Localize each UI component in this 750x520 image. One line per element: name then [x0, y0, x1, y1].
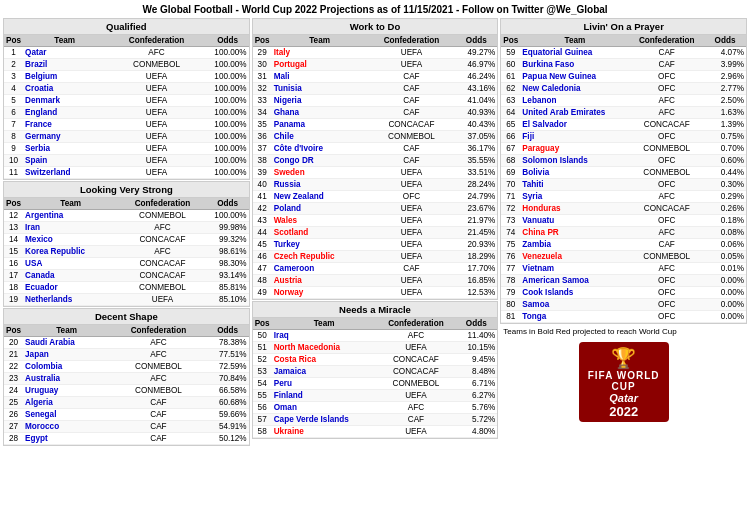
page-title: We Global Football - World Cup 2022 Proj… [0, 0, 750, 17]
row-confederation: CAF [376, 414, 455, 426]
row-pos: 1 [4, 47, 23, 59]
row-pos: 55 [253, 390, 272, 402]
row-pos: 50 [253, 330, 272, 342]
table-row: 32TunisiaCAF43.16% [253, 83, 498, 95]
row-team: Zambia [520, 239, 629, 251]
row-confederation: UEFA [368, 239, 456, 251]
table-row: 8GermanyUEFA100.00% [4, 131, 249, 143]
row-confederation: AFC [110, 373, 206, 385]
row-odds: 85.81% [207, 282, 249, 294]
row-odds: 100.00% [207, 131, 249, 143]
row-odds: 100.00% [207, 71, 249, 83]
row-confederation: CONCACAF [368, 119, 456, 131]
row-odds: 18.29% [455, 251, 497, 263]
table-row: 43WalesUEFA21.97% [253, 215, 498, 227]
row-confederation: UEFA [368, 167, 456, 179]
row-odds: 0.26% [704, 203, 746, 215]
table-row: 60Burkina FasoCAF3.99% [501, 59, 746, 71]
row-pos: 48 [253, 275, 272, 287]
row-team: Cook Islands [520, 287, 629, 299]
row-confederation: CONMEBOL [629, 251, 704, 263]
row-team: USA [23, 258, 118, 270]
row-confederation: UEFA [368, 251, 456, 263]
row-team: Wales [272, 215, 368, 227]
row-pos: 24 [4, 385, 23, 397]
table-row: 54PeruCONMEBOL6.71% [253, 378, 498, 390]
row-team: El Salvador [520, 119, 629, 131]
table-row: 66FijiOFC0.75% [501, 131, 746, 143]
row-odds: 2.96% [704, 71, 746, 83]
row-team: Serbia [23, 143, 106, 155]
row-odds: 60.68% [207, 397, 249, 409]
row-confederation: UEFA [118, 294, 206, 306]
row-confederation: UEFA [368, 47, 456, 59]
row-odds: 100.00% [207, 59, 249, 71]
row-team: Germany [23, 131, 106, 143]
row-pos: 71 [501, 191, 520, 203]
row-team: Morocco [23, 421, 110, 433]
row-odds: 59.66% [207, 409, 249, 421]
table-row: 47CameroonCAF17.70% [253, 263, 498, 275]
row-confederation: AFC [118, 246, 206, 258]
row-team: Sweden [272, 167, 368, 179]
row-odds: 49.27% [455, 47, 497, 59]
row-odds: 93.14% [207, 270, 249, 282]
row-team: Congo DR [272, 155, 368, 167]
row-odds: 36.17% [455, 143, 497, 155]
table-row: 55FinlandUEFA6.27% [253, 390, 498, 402]
row-team: Turkey [272, 239, 368, 251]
row-pos: 69 [501, 167, 520, 179]
row-team: Vanuatu [520, 215, 629, 227]
row-confederation: CAF [110, 433, 206, 445]
col-team: Team [23, 325, 110, 337]
table-row: 18EcuadorCONMEBOL85.81% [4, 282, 249, 294]
row-pos: 47 [253, 263, 272, 275]
row-confederation: AFC [110, 349, 206, 361]
row-team: China PR [520, 227, 629, 239]
row-odds: 0.18% [704, 215, 746, 227]
col-odds: Odds [704, 35, 746, 47]
row-pos: 37 [253, 143, 272, 155]
row-odds: 16.85% [455, 275, 497, 287]
col-odds: Odds [207, 35, 249, 47]
row-team: Tahiti [520, 179, 629, 191]
qualified-header: Qualified [4, 19, 249, 35]
table-row: 79Cook IslandsOFC0.00% [501, 287, 746, 299]
decent-shape-table: Pos Team Confederation Odds 20Saudi Arab… [4, 325, 249, 445]
row-pos: 6 [4, 107, 23, 119]
table-row: 35PanamaCONCACAF40.43% [253, 119, 498, 131]
row-team: Vietnam [520, 263, 629, 275]
col-pos: Pos [4, 198, 23, 210]
qatar-label: Qatar [609, 392, 638, 404]
col-pos: Pos [253, 35, 272, 47]
row-team: Solomon Islands [520, 155, 629, 167]
row-pos: 73 [501, 215, 520, 227]
row-confederation: UEFA [368, 179, 456, 191]
table-row: 23AustraliaAFC70.84% [4, 373, 249, 385]
row-confederation: OFC [629, 155, 704, 167]
row-odds: 100.00% [207, 210, 249, 222]
row-confederation: AFC [629, 95, 704, 107]
row-team: Panama [272, 119, 368, 131]
table-row: 27MoroccoCAF54.91% [4, 421, 249, 433]
col-team: Team [272, 35, 368, 47]
table-row: 46Czech RepublicUEFA18.29% [253, 251, 498, 263]
row-odds: 0.01% [704, 263, 746, 275]
qualified-section: Qualified Pos Team Confederation Odds 1Q… [3, 18, 250, 180]
row-confederation: UEFA [376, 426, 455, 438]
row-team: Nigeria [272, 95, 368, 107]
table-row: 58UkraineUEFA4.80% [253, 426, 498, 438]
col-team: Team [272, 318, 377, 330]
row-pos: 25 [4, 397, 23, 409]
row-confederation: OFC [629, 83, 704, 95]
row-pos: 51 [253, 342, 272, 354]
row-confederation: UEFA [368, 215, 456, 227]
col-conf: Confederation [118, 198, 206, 210]
table-row: 67ParaguayCONMEBOL0.70% [501, 143, 746, 155]
row-confederation: UEFA [106, 71, 206, 83]
row-team: Australia [23, 373, 110, 385]
row-pos: 31 [253, 71, 272, 83]
row-team: Cameroon [272, 263, 368, 275]
row-team: England [23, 107, 106, 119]
table-row: 81TongaOFC0.00% [501, 311, 746, 323]
